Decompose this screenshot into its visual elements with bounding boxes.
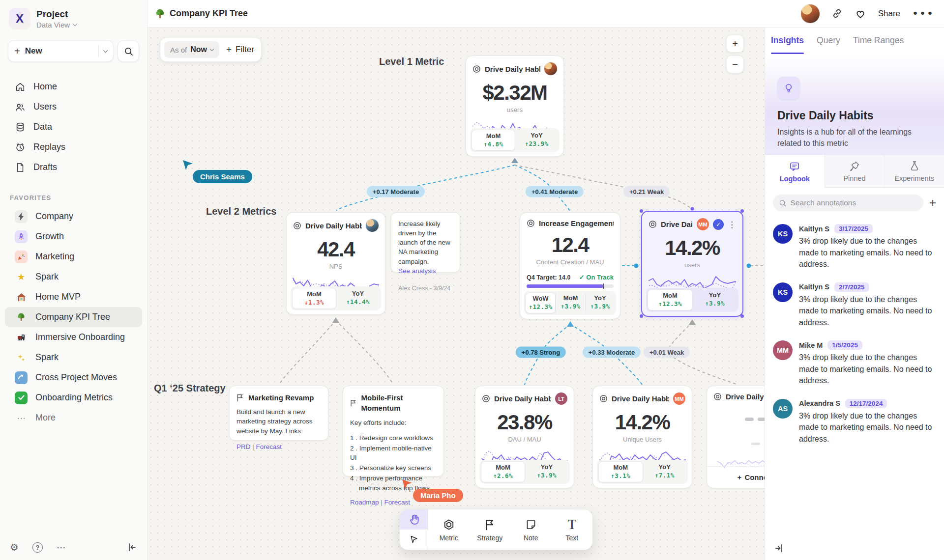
stat-wow[interactable]: WoW↑12.3% [526, 292, 556, 313]
card-menu-icon[interactable]: ⋮ [728, 220, 736, 229]
sidebar-item-data[interactable]: Data [5, 117, 142, 137]
selection-handle[interactable] [740, 314, 744, 318]
note-tool[interactable]: Note [510, 509, 552, 550]
tab-experiments[interactable]: Experiments [884, 155, 944, 188]
chevron-down-icon[interactable] [103, 48, 108, 53]
metric-card-nps[interactable]: Drive Daily Habbits 42.4 NPS MoM↓1.3% Yo… [286, 212, 385, 315]
stat-mom[interactable]: MoM↑3.1% [598, 461, 643, 482]
sidebar-nav: Home Users Data Replays Drafts [0, 77, 147, 177]
metric-value: 12.4 [520, 233, 620, 257]
favorite-company-kpi-tree[interactable]: Company KPI Tree [5, 307, 142, 327]
stat-yoy[interactable]: YoY↑3.9% [585, 292, 615, 313]
note-icon [525, 519, 537, 531]
sidebar-item-home[interactable]: Home [5, 77, 142, 97]
hand-tool[interactable] [400, 509, 428, 530]
sidebar-item-drafts[interactable]: Drafts [5, 157, 142, 177]
collapse-panel-icon[interactable] [774, 543, 784, 553]
more-menu-icon[interactable]: ••• [912, 7, 934, 20]
stat-yoy[interactable]: YoY↑3.9% [693, 289, 737, 310]
stat-mom[interactable]: MoM↑12.3% [648, 289, 693, 310]
connect-button[interactable]: +Connect [707, 466, 765, 488]
add-annotation-button[interactable]: + [929, 197, 936, 209]
more-options-icon[interactable]: ⋯ [57, 542, 66, 553]
favorite-cross-project-moves[interactable]: Cross Project Moves [5, 367, 142, 388]
metric-card-dau-mau[interactable]: Drive Daily Habbits LT 23.8% DAU / MAU M… [475, 386, 574, 488]
roadmap-link[interactable]: Roadmap [350, 499, 379, 506]
metric-card-engagement[interactable]: Increase Engagement 12.4 Content Creatio… [520, 212, 620, 319]
strategy-card-mobile-first[interactable]: Mobile-First Momentum Key efforts includ… [343, 386, 444, 476]
text-tool[interactable]: T Text [552, 509, 593, 550]
collaborator-cursor-maria: Maria Pho [401, 478, 463, 502]
strategy-card-marketing-revamp[interactable]: Marketing Revamp Build and launch a new … [229, 386, 328, 441]
metric-card-selected[interactable]: Drive Daily Habb.. MM ✓ ⋮ 14.2% users Mo… [641, 211, 743, 317]
favorite-growth[interactable]: Growth [5, 226, 142, 247]
select-tool[interactable] [400, 530, 428, 550]
metric-unit: NPS [287, 263, 385, 270]
search-button[interactable] [118, 40, 139, 62]
metric-card-level1[interactable]: Drive Daily Habbits $2.32M users MoM↑4.8… [466, 56, 564, 157]
stat-yoy[interactable]: YoY↑3.9% [525, 461, 568, 482]
stat-yoy[interactable]: YoY↑23.9% [515, 130, 558, 151]
tab-insights[interactable]: Insights [771, 35, 804, 54]
workspace-logo[interactable]: X [9, 8, 30, 29]
tab-time-ranges[interactable]: Time Ranges [853, 35, 904, 54]
metric-tool[interactable]: Metric [428, 509, 470, 550]
as-of-selector[interactable]: As of Now [164, 41, 219, 58]
new-button[interactable]: + New [8, 40, 114, 62]
annotation-item[interactable]: KS Kaitlyn S 2/7/2025 3% drop likely due… [773, 282, 936, 329]
kpi-canvas[interactable]: As of Now + Filter + − Level 1 Metric [148, 28, 765, 560]
filter-button[interactable]: + Filter [226, 44, 254, 55]
tab-pinned[interactable]: Pinned [825, 155, 885, 188]
sidebar-item-users[interactable]: Users [5, 97, 142, 117]
ellipsis-icon: ⋯ [15, 412, 28, 424]
favorite-immersive-onboarding[interactable]: Immersive Onboarding [5, 327, 142, 347]
help-icon[interactable]: ? [32, 542, 43, 553]
favorite-spark-2[interactable]: Spark [5, 347, 142, 367]
topbar: Company KPI Tree Share ••• [148, 0, 944, 28]
favorite-company[interactable]: Company [5, 206, 142, 226]
flag-icon [484, 519, 495, 531]
stat-mom[interactable]: MoM↑3.9% [556, 292, 585, 313]
cursor-arrow-icon [182, 159, 194, 171]
stat-yoy[interactable]: YoY↑14.4% [336, 288, 380, 309]
zoom-out-button[interactable]: − [726, 56, 744, 73]
selection-handle[interactable] [740, 209, 744, 213]
annotation-item[interactable]: KS Kaitlyn S 3/17/2025 3% drop likely du… [773, 224, 936, 270]
tab-logbook[interactable]: Logbook [765, 155, 825, 188]
user-avatar[interactable] [801, 4, 820, 23]
copy-link-icon[interactable] [831, 8, 843, 19]
favorite-heart-icon[interactable] [855, 8, 866, 20]
see-analysis-link[interactable]: See analysis [398, 266, 453, 276]
metric-card-partial[interactable]: Drive Daily Hab +Connect [707, 386, 765, 488]
canvas-note[interactable]: Increase likely driven by the launch of … [391, 212, 460, 273]
prd-link[interactable]: PRD [236, 443, 251, 450]
stat-mom[interactable]: MoM↓1.3% [292, 288, 336, 309]
stat-mom[interactable]: MoM↑2.6% [481, 461, 525, 482]
stat-mom[interactable]: MoM↑4.8% [472, 130, 515, 151]
favorite-home-mvp[interactable]: Home MVP [5, 287, 142, 307]
favorites-more[interactable]: ⋯ More [5, 408, 142, 428]
chevron-down-icon [210, 47, 214, 51]
favorite-marketing[interactable]: Marketing [5, 247, 142, 267]
insight-title: Drive Daily Habits [777, 109, 932, 122]
annotation-search[interactable] [773, 195, 923, 211]
favorite-spark[interactable]: ★ Spark [5, 267, 142, 287]
annotation-search-input[interactable] [791, 198, 917, 207]
collapse-sidebar-icon[interactable] [127, 542, 137, 552]
strategy-tool[interactable]: Strategy [470, 509, 511, 550]
settings-gear-icon[interactable]: ⚙ [10, 541, 19, 553]
selection-handle[interactable] [640, 314, 643, 318]
stat-yoy[interactable]: YoY↑7.1% [643, 461, 687, 482]
zoom-in-button[interactable]: + [726, 35, 744, 53]
avatar [366, 219, 379, 232]
annotation-item[interactable]: AS Alexandra S 12/17/2024 3% drop likely… [773, 399, 936, 445]
annotation-item[interactable]: MM Mike M 1/5/2025 3% drop likely due to… [773, 340, 936, 387]
forecast-link[interactable]: Forecast [256, 443, 282, 450]
tab-query[interactable]: Query [817, 35, 840, 54]
selection-handle[interactable] [640, 209, 643, 213]
data-view-switcher[interactable]: Data View [36, 21, 77, 29]
metric-card-unique-users[interactable]: Drive Daily Habbits MM 14.2% Unique User… [592, 386, 692, 488]
favorite-onboarding-metrics[interactable]: Onboarding Metrics [5, 388, 142, 408]
share-button[interactable]: Share [878, 9, 900, 19]
sidebar-item-replays[interactable]: Replays [5, 137, 142, 157]
